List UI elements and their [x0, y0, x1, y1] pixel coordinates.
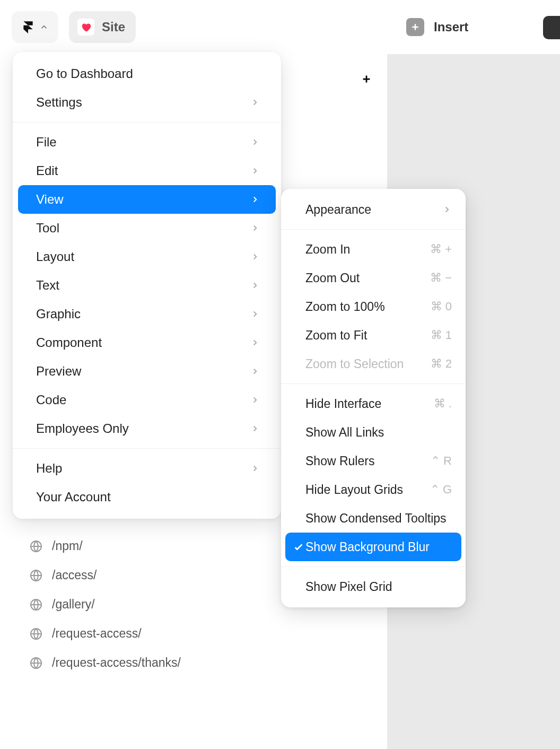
- menu-item-label: Your Account: [36, 490, 111, 504]
- page-row[interactable]: /request-access/thanks/: [30, 656, 181, 670]
- page-row[interactable]: /access/: [30, 568, 181, 582]
- submenu-item-zoom-out[interactable]: Zoom Out⌘ −: [281, 264, 466, 292]
- chevron-right-icon: [250, 338, 260, 347]
- menu-item-component[interactable]: Component: [13, 328, 281, 357]
- chevron-right-icon: [250, 252, 260, 262]
- menu-item-label: Layout: [36, 249, 74, 264]
- page-path: /gallery/: [52, 597, 95, 612]
- submenu-item-show-rulers[interactable]: Show Rulers⌃ R: [281, 447, 466, 475]
- menu-item-label: Code: [36, 393, 66, 407]
- page-path: /request-access/: [52, 626, 142, 641]
- menu-item-go-to-dashboard[interactable]: Go to Dashboard: [13, 59, 281, 88]
- chevron-right-icon: [250, 367, 260, 376]
- menu-item-label: Graphic: [36, 307, 81, 321]
- submenu-item-label: Zoom Out: [305, 271, 360, 285]
- plus-icon: [361, 73, 372, 85]
- menu-item-label: Text: [36, 278, 59, 293]
- chevron-right-icon: [250, 223, 260, 233]
- submenu-item-show-condensed-tooltips[interactable]: Show Condensed Tooltips: [281, 504, 466, 533]
- site-button[interactable]: Site: [69, 11, 136, 43]
- page-row[interactable]: /request-access/: [30, 626, 181, 641]
- submenu-item-label: Zoom to 100%: [305, 300, 385, 314]
- menu-item-label: Preview: [36, 364, 81, 379]
- page-row[interactable]: /gallery/: [30, 597, 181, 612]
- submenu-item-label: Hide Interface: [305, 397, 381, 411]
- submenu-item-show-background-blur[interactable]: Show Background Blur: [285, 533, 461, 561]
- menu-item-file[interactable]: File: [13, 128, 281, 156]
- shortcut-label: ⌃ G: [430, 483, 452, 497]
- menu-item-graphic[interactable]: Graphic: [13, 300, 281, 328]
- menu-item-label: Help: [36, 461, 62, 476]
- menu-item-label: Component: [36, 335, 102, 350]
- toolbar-right-overflow[interactable]: [543, 16, 560, 39]
- heart-icon: [80, 21, 92, 33]
- shortcut-label: ⌘ +: [430, 242, 452, 256]
- add-page-button[interactable]: [361, 73, 372, 85]
- site-label: Site: [102, 20, 125, 34]
- pages-list: /npm/ /access/ /gallery/ /request-access…: [30, 539, 181, 670]
- menu-item-label: Settings: [36, 95, 82, 110]
- submenu-item-show-all-links[interactable]: Show All Links: [281, 418, 466, 447]
- menu-item-label: File: [36, 135, 57, 150]
- submenu-item-label: Show Rulers: [305, 454, 374, 468]
- chevron-up-icon: [39, 22, 49, 32]
- menu-item-your-account[interactable]: Your Account: [13, 483, 281, 511]
- chevron-right-icon: [250, 137, 260, 147]
- submenu-item-zoom-in[interactable]: Zoom In⌘ +: [281, 235, 466, 264]
- menu-item-edit[interactable]: Edit: [13, 156, 281, 185]
- chevron-right-icon: [250, 281, 260, 290]
- menu-item-label: Go to Dashboard: [36, 66, 133, 81]
- page-path: /request-access/thanks/: [52, 656, 181, 670]
- chevron-right-icon: [442, 205, 452, 214]
- shortcut-label: ⌘ 2: [431, 357, 452, 371]
- shortcut-label: ⌃ R: [431, 454, 452, 468]
- insert-label: Insert: [434, 20, 468, 34]
- menu-item-preview[interactable]: Preview: [13, 357, 281, 386]
- menu-item-layout[interactable]: Layout: [13, 242, 281, 271]
- chevron-right-icon: [250, 166, 260, 176]
- shortcut-label: ⌘ 0: [431, 300, 452, 313]
- submenu-item-zoom-to-100-[interactable]: Zoom to 100%⌘ 0: [281, 292, 466, 321]
- menu-item-view[interactable]: View: [18, 185, 276, 214]
- submenu-item-show-pixel-grid[interactable]: Show Pixel Grid: [281, 572, 466, 601]
- submenu-item-hide-layout-grids[interactable]: Hide Layout Grids⌃ G: [281, 475, 466, 504]
- submenu-item-label: Show All Links: [305, 425, 384, 440]
- submenu-item-label: Zoom to Fit: [305, 328, 367, 343]
- chevron-right-icon: [250, 395, 260, 405]
- plus-icon: [410, 22, 421, 32]
- submenu-item-hide-interface[interactable]: Hide Interface⌘ .: [281, 389, 466, 418]
- submenu-item-label: Show Background Blur: [305, 540, 430, 554]
- submenu-item-zoom-to-fit[interactable]: Zoom to Fit⌘ 1: [281, 321, 466, 350]
- menu-item-label: Edit: [36, 163, 58, 178]
- globe-icon: [30, 598, 42, 611]
- submenu-item-zoom-to-selection: Zoom to Selection⌘ 2: [281, 350, 466, 378]
- chevron-right-icon: [250, 424, 260, 433]
- heart-badge: [77, 19, 94, 36]
- chevron-right-icon: [250, 309, 260, 319]
- menu-item-label: Employees Only: [36, 421, 129, 436]
- view-submenu: AppearanceZoom In⌘ +Zoom Out⌘ −Zoom to 1…: [281, 189, 466, 607]
- insert-button[interactable]: Insert: [406, 11, 468, 43]
- submenu-item-label: Hide Layout Grids: [305, 483, 403, 497]
- page-row[interactable]: /npm/: [30, 539, 181, 553]
- menu-item-tool[interactable]: Tool: [13, 214, 281, 242]
- page-path: /access/: [52, 568, 97, 582]
- topbar: Site: [0, 0, 560, 54]
- menu-item-help[interactable]: Help: [13, 454, 281, 483]
- submenu-item-label: Zoom In: [305, 242, 350, 257]
- submenu-item-appearance[interactable]: Appearance: [281, 195, 466, 224]
- globe-icon: [30, 657, 42, 669]
- submenu-item-label: Show Pixel Grid: [305, 580, 392, 594]
- app-menu-button[interactable]: [12, 11, 58, 43]
- menu-item-code[interactable]: Code: [13, 386, 281, 414]
- globe-icon: [30, 628, 42, 640]
- menu-item-text[interactable]: Text: [13, 271, 281, 300]
- menu-item-settings[interactable]: Settings: [13, 88, 281, 117]
- globe-icon: [30, 540, 42, 553]
- submenu-item-label: Appearance: [305, 203, 371, 217]
- chevron-right-icon: [250, 195, 260, 204]
- menu-item-employees-only[interactable]: Employees Only: [13, 414, 281, 443]
- submenu-item-label: Show Condensed Tooltips: [305, 511, 447, 526]
- app-main-menu: Go to DashboardSettingsFileEditViewToolL…: [13, 52, 281, 519]
- shortcut-label: ⌘ 1: [431, 328, 452, 342]
